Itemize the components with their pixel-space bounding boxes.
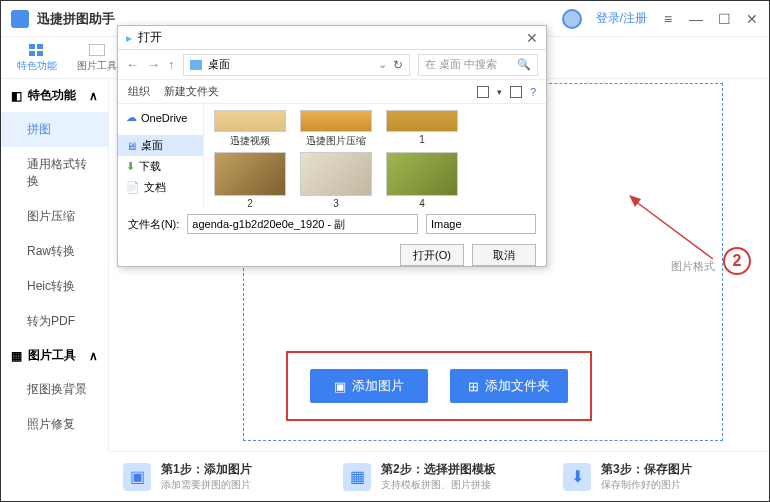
desktop-icon: 🖥 bbox=[126, 140, 137, 152]
image-icon: ▣ bbox=[334, 379, 346, 394]
open-button[interactable]: 打开(O) bbox=[400, 244, 464, 266]
app-logo-icon bbox=[11, 10, 29, 28]
step-sub: 添加需要拼图的图片 bbox=[161, 478, 252, 492]
maximize-icon[interactable]: ☐ bbox=[717, 12, 731, 26]
desktop-icon bbox=[190, 60, 202, 70]
file-open-dialog: ▸ 打开 ✕ ← → ↑ 桌面 ⌄ ↻ 在 桌面 中搜索 🔍 组织 新建文件夹 … bbox=[117, 25, 547, 267]
cloud-icon: ☁ bbox=[126, 111, 137, 124]
image-icon bbox=[88, 43, 106, 57]
step-1: ▣ 第1步：添加图片 添加需要拼图的图片 bbox=[109, 452, 329, 501]
file-item[interactable]: 4 bbox=[386, 152, 458, 208]
step-3: ⬇ 第3步：保存图片 保存制作好的图片 bbox=[549, 452, 769, 501]
sidebar: ◧ 特色功能 ∧ 拼图 通用格式转换 图片压缩 Raw转换 Heic转换 转为P… bbox=[1, 79, 109, 451]
tool-label: 特色功能 bbox=[17, 59, 57, 73]
step-icon: ▣ bbox=[123, 463, 151, 491]
chevron-up-icon: ∧ bbox=[89, 89, 98, 103]
tool-special[interactable]: 特色功能 bbox=[11, 41, 63, 75]
chevron-down-icon[interactable]: ▾ bbox=[497, 87, 502, 97]
view-icon[interactable] bbox=[510, 86, 522, 98]
dialog-toolbar: 组织 新建文件夹 ▾ ? bbox=[118, 80, 546, 104]
step-icon: ⬇ bbox=[563, 463, 591, 491]
side-desktop[interactable]: 🖥桌面 bbox=[118, 135, 203, 156]
add-folder-button[interactable]: ⊞ 添加文件夹 bbox=[450, 369, 568, 403]
step-title: 第3步：保存图片 bbox=[601, 461, 692, 478]
sidebar-item-pdf[interactable]: 转为PDF bbox=[1, 304, 108, 339]
step-icon: ▦ bbox=[343, 463, 371, 491]
file-item[interactable]: 1 bbox=[386, 110, 458, 148]
search-input[interactable]: 在 桌面 中搜索 🔍 bbox=[418, 54, 538, 76]
doc-icon: 📄 bbox=[126, 181, 140, 194]
filetype-select[interactable] bbox=[426, 214, 536, 234]
sidebar-item-convert[interactable]: 通用格式转换 bbox=[1, 147, 108, 199]
category-icon: ▦ bbox=[11, 349, 22, 363]
avatar-icon[interactable] bbox=[562, 9, 582, 29]
tool-label: 图片工具 bbox=[77, 59, 117, 73]
side-downloads[interactable]: ⬇下载 bbox=[118, 156, 203, 177]
grid-icon bbox=[28, 43, 46, 57]
dialog-title: 打开 bbox=[138, 29, 162, 46]
svg-rect-1 bbox=[37, 44, 43, 49]
location-bar[interactable]: 桌面 ⌄ ↻ bbox=[183, 54, 411, 76]
annotation-arrow-icon bbox=[629, 195, 719, 265]
sidebar-item-compress[interactable]: 图片压缩 bbox=[1, 199, 108, 234]
folder-icon: ▸ bbox=[126, 31, 132, 45]
dialog-close-icon[interactable]: ✕ bbox=[526, 30, 538, 46]
folder-plus-icon: ⊞ bbox=[468, 379, 479, 394]
svg-rect-3 bbox=[37, 51, 43, 56]
dialog-filename-row: 文件名(N): bbox=[118, 208, 546, 240]
svg-rect-2 bbox=[29, 51, 35, 56]
download-icon: ⬇ bbox=[126, 160, 135, 173]
sidebar-item-puzzle[interactable]: 拼图 bbox=[1, 112, 108, 147]
steps-bar: ▣ 第1步：添加图片 添加需要拼图的图片 ▦ 第2步：选择拼图模板 支持模板拼图… bbox=[109, 451, 769, 501]
file-item[interactable]: 迅捷图片压缩 bbox=[300, 110, 372, 148]
dialog-nav: ← → ↑ 桌面 ⌄ ↻ 在 桌面 中搜索 🔍 bbox=[118, 50, 546, 80]
back-icon[interactable]: ← bbox=[126, 57, 139, 72]
side-docs[interactable]: 📄文档 bbox=[118, 177, 203, 198]
view-icon[interactable] bbox=[477, 86, 489, 98]
cancel-button[interactable]: 取消 bbox=[472, 244, 536, 266]
up-icon[interactable]: ↑ bbox=[168, 57, 175, 72]
button-row-highlight: ▣ 添加图片 ⊞ 添加文件夹 bbox=[286, 351, 592, 421]
menu-icon[interactable]: ≡ bbox=[661, 12, 675, 26]
sidebar-item-raw[interactable]: Raw转换 bbox=[1, 234, 108, 269]
step-2: ▦ 第2步：选择拼图模板 支持模板拼图、图片拼接 bbox=[329, 452, 549, 501]
sidebar-category-special[interactable]: ◧ 特色功能 ∧ bbox=[1, 79, 108, 112]
filename-input[interactable] bbox=[187, 214, 418, 234]
chevron-down-icon[interactable]: ⌄ bbox=[378, 58, 387, 71]
forward-icon[interactable]: → bbox=[147, 57, 160, 72]
new-folder-button[interactable]: 新建文件夹 bbox=[164, 84, 219, 99]
refresh-icon[interactable]: ↻ bbox=[393, 58, 403, 72]
sidebar-item-idphoto[interactable]: 智能证件照 bbox=[1, 442, 108, 451]
step-sub: 支持模板拼图、图片拼接 bbox=[381, 478, 496, 492]
filename-label: 文件名(N): bbox=[128, 217, 179, 232]
sidebar-category-image[interactable]: ▦ 图片工具 ∧ bbox=[1, 339, 108, 372]
side-onedrive[interactable]: ☁OneDrive bbox=[118, 108, 203, 127]
chevron-up-icon: ∧ bbox=[89, 349, 98, 363]
tool-image[interactable]: 图片工具 bbox=[71, 41, 123, 75]
file-grid[interactable]: 迅捷视频 迅捷图片压缩 1 2 3 4 bbox=[204, 104, 546, 208]
sidebar-item-bg[interactable]: 抠图换背景 bbox=[1, 372, 108, 407]
step-sub: 保存制作好的图片 bbox=[601, 478, 692, 492]
minimize-icon[interactable]: — bbox=[689, 12, 703, 26]
step-title: 第2步：选择拼图模板 bbox=[381, 461, 496, 478]
sidebar-item-heic[interactable]: Heic转换 bbox=[1, 269, 108, 304]
dialog-titlebar: ▸ 打开 ✕ bbox=[118, 26, 546, 50]
file-item[interactable]: 迅捷视频 bbox=[214, 110, 286, 148]
close-icon[interactable]: ✕ bbox=[745, 12, 759, 26]
login-link[interactable]: 登录/注册 bbox=[596, 10, 647, 27]
organize-menu[interactable]: 组织 bbox=[128, 84, 150, 99]
file-item[interactable]: 2 bbox=[214, 152, 286, 208]
dialog-sidebar: ☁OneDrive 🖥桌面 ⬇下载 📄文档 bbox=[118, 104, 204, 208]
add-image-button[interactable]: ▣ 添加图片 bbox=[310, 369, 428, 403]
svg-rect-4 bbox=[89, 44, 105, 56]
svg-rect-0 bbox=[29, 44, 35, 49]
help-icon[interactable]: ? bbox=[530, 86, 536, 98]
annotation-number: 2 bbox=[723, 247, 751, 275]
svg-marker-8 bbox=[629, 195, 641, 207]
dialog-buttons: 打开(O) 取消 bbox=[118, 240, 546, 274]
file-item[interactable]: 3 bbox=[300, 152, 372, 208]
step-title: 第1步：添加图片 bbox=[161, 461, 252, 478]
category-icon: ◧ bbox=[11, 89, 22, 103]
search-icon: 🔍 bbox=[517, 58, 531, 71]
sidebar-item-repair[interactable]: 照片修复 bbox=[1, 407, 108, 442]
